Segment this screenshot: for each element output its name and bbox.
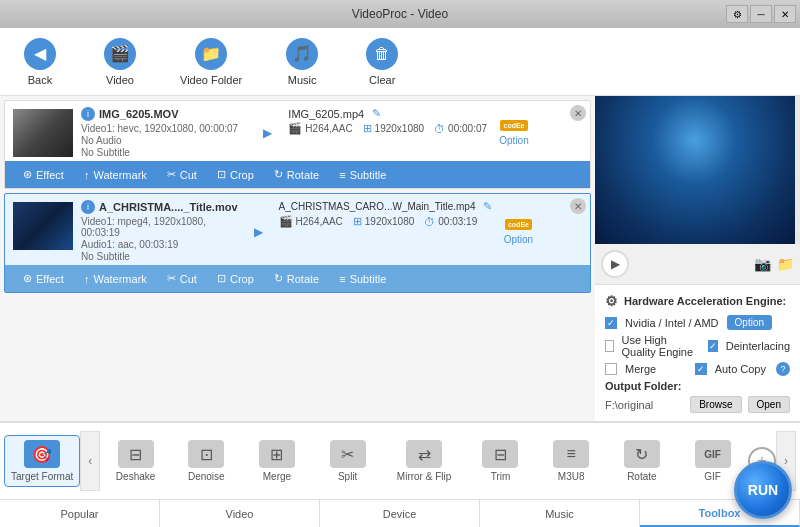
option-btn-1[interactable]: Option (499, 135, 528, 146)
clear-button[interactable]: 🗑 Clear (352, 32, 412, 92)
merge-checkbox[interactable] (605, 363, 617, 375)
title-bar: VideoProc - Video ⚙ ─ ✕ (0, 0, 800, 28)
option-button[interactable]: Option (727, 315, 772, 330)
scroll-left-btn[interactable]: ‹ (80, 431, 100, 491)
tool-mirror-flip[interactable]: ⇄ Mirror & Flip (391, 436, 457, 486)
back-icon: ◀ (24, 38, 56, 70)
hq-checkbox[interactable] (605, 340, 614, 352)
cut-btn-1[interactable]: ✂ Cut (157, 165, 207, 184)
right-panel: ▶ 📷 📁 ⚙ Hardware Acceleration Engine: Nv… (595, 96, 800, 421)
tab-music[interactable]: Music (480, 500, 640, 527)
tab-video[interactable]: Video (160, 500, 320, 527)
rotate-btn-1[interactable]: ↻ Rotate (264, 165, 329, 184)
folder-open-icon[interactable]: 📁 (777, 256, 794, 272)
thumbnail-1 (13, 109, 73, 157)
codec-badge-1: codEe (500, 120, 527, 131)
open-button[interactable]: Open (748, 396, 790, 413)
target-format-label: Target Format (11, 471, 73, 482)
deshake-label: Deshake (116, 471, 155, 482)
file-list: ✕ i IMG_6205.MOV Video1: hevc, 1920 (0, 96, 595, 421)
run-button[interactable]: RUN (734, 461, 792, 519)
video-folder-button[interactable]: 📁 Video Folder (170, 32, 252, 92)
preview-controls: ▶ 📷 📁 (595, 244, 800, 284)
input-filename-1: IMG_6205.MOV (99, 108, 178, 120)
back-button[interactable]: ◀ Back (10, 32, 70, 92)
video-icon: 🎬 (104, 38, 136, 70)
tool-merge[interactable]: ⊞ Merge (249, 436, 304, 486)
tool-gif[interactable]: GIF GIF (685, 436, 740, 486)
play-button[interactable]: ▶ (601, 250, 629, 278)
input-name-row-1: i IMG_6205.MOV (81, 107, 247, 121)
option-btn-2[interactable]: Option (504, 234, 533, 245)
tool-denoise[interactable]: ⊡ Denoise (179, 436, 234, 486)
tool-m3u8[interactable]: ≡ M3U8 (544, 436, 599, 486)
subtitle-btn-2[interactable]: ≡ Subtitle (329, 269, 396, 288)
bottom-tabs: Popular Video Device Music Toolbox (0, 499, 800, 527)
target-format-icon: 🎯 (24, 440, 60, 468)
rotate-icon: ↻ (624, 440, 660, 468)
toolbar: ◀ Back 🎬 Video 📁 Video Folder 🎵 Music 🗑 … (0, 28, 800, 96)
split-label: Split (338, 471, 357, 482)
codec-badge-2: codEe (505, 219, 532, 230)
close-file-1[interactable]: ✕ (570, 105, 586, 121)
help-icon: ? (776, 362, 790, 376)
effect-btn-2[interactable]: ⊛ Effect (13, 269, 74, 288)
output-name-row-2: A_CHRISTMAS_CARO...W_Main_Title.mp4 ✎ (279, 200, 493, 213)
target-format-item[interactable]: 🎯 Target Format (4, 435, 80, 487)
deinterlace-label: Deinterlacing (726, 340, 790, 352)
file-item-2: ✕ i A_CHRISTMA...._Title.mov Video1: mpe… (4, 193, 591, 293)
tab-device[interactable]: Device (320, 500, 480, 527)
crop-btn-1[interactable]: ⊡ Crop (207, 165, 264, 184)
minimize-button[interactable]: ─ (750, 5, 772, 23)
music-button[interactable]: 🎵 Music (272, 32, 332, 92)
gif-label: GIF (704, 471, 721, 482)
preview-panel (595, 96, 795, 244)
options-panel: ⚙ Hardware Acceleration Engine: Nvidia /… (595, 284, 800, 421)
info-icon-1: i (81, 107, 95, 121)
tool-rotate[interactable]: ↻ Rotate (614, 436, 669, 486)
tool-deshake[interactable]: ⊟ Deshake (108, 436, 163, 486)
watermark-btn-2[interactable]: ↑ Watermark (74, 269, 157, 288)
input-meta1-2: Video1: mpeg4, 1920x1080, 00:03:19 (81, 216, 238, 238)
close-button[interactable]: ✕ (774, 5, 796, 23)
rotate-btn-2[interactable]: ↻ Rotate (264, 269, 329, 288)
gif-icon: GIF (695, 440, 731, 468)
input-meta3-1: No Subtitle (81, 147, 247, 158)
m3u8-icon: ≡ (553, 440, 589, 468)
video-button[interactable]: 🎬 Video (90, 32, 150, 92)
mirror-flip-label: Mirror & Flip (397, 471, 451, 482)
tool-split[interactable]: ✂ Split (320, 436, 375, 486)
browse-button[interactable]: Browse (690, 396, 741, 413)
res-spec-1: ⊞ 1920x1080 (363, 122, 425, 135)
arrow-2: ▶ (246, 200, 271, 263)
watermark-btn-1[interactable]: ↑ Watermark (74, 165, 157, 184)
cut-btn-2[interactable]: ✂ Cut (157, 269, 207, 288)
music-icon: 🎵 (286, 38, 318, 70)
main-content: ✕ i IMG_6205.MOV Video1: hevc, 1920 (0, 96, 800, 421)
crop-btn-2[interactable]: ⊡ Crop (207, 269, 264, 288)
input-name-row-2: i A_CHRISTMA...._Title.mov (81, 200, 238, 214)
deinterlace-checkbox[interactable] (708, 340, 718, 352)
underwater-bg (595, 96, 795, 244)
nvidia-checkbox[interactable] (605, 317, 617, 329)
output-folder: Output Folder: (605, 380, 790, 392)
effect-btn-1[interactable]: ⊛ Effect (13, 165, 74, 184)
autocopy-checkbox[interactable] (695, 363, 707, 375)
input-meta2-1: No Audio (81, 135, 247, 146)
denoise-icon: ⊡ (188, 440, 224, 468)
trim-label: Trim (491, 471, 511, 482)
hq-row: Use High Quality Engine Deinterlacing (605, 334, 790, 358)
close-file-2[interactable]: ✕ (570, 198, 586, 214)
camera-icon[interactable]: 📷 (754, 256, 771, 272)
input-meta1-1: Video1: hevc, 1920x1080, 00:00:07 (81, 123, 247, 134)
edit-output-2[interactable]: ✎ (483, 200, 492, 213)
edit-output-1[interactable]: ✎ (372, 107, 381, 120)
merge-icon: ⊞ (259, 440, 295, 468)
folder-icon: 📁 (195, 38, 227, 70)
settings-button[interactable]: ⚙ (726, 5, 748, 23)
merge-label: Merge (625, 363, 656, 375)
input-meta3-2: No Subtitle (81, 251, 238, 262)
subtitle-btn-1[interactable]: ≡ Subtitle (329, 165, 396, 184)
tab-popular[interactable]: Popular (0, 500, 160, 527)
tool-trim[interactable]: ⊟ Trim (473, 436, 528, 486)
